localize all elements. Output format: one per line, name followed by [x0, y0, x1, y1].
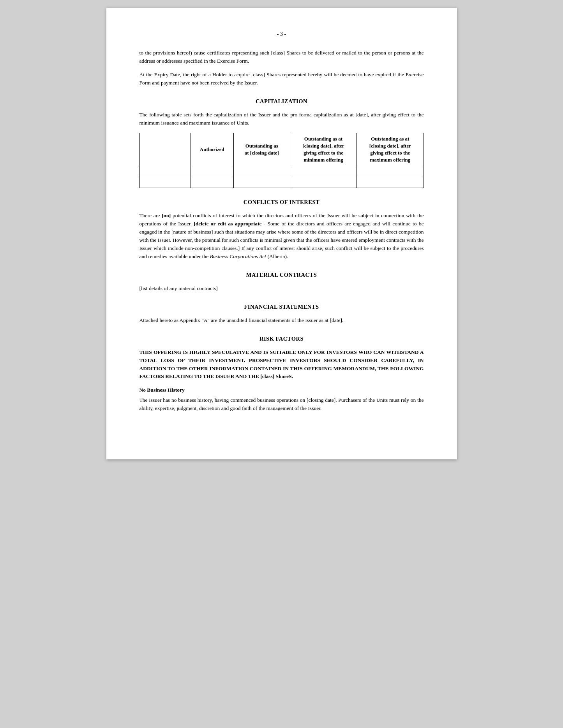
capitalization-intro: The following table sets forth the capit… [139, 111, 424, 127]
table-row [139, 177, 424, 188]
table-header-authorized: Authorized [191, 133, 233, 166]
table-row [139, 166, 424, 177]
table-header-outstanding-closing: Outstanding asat [closing date] [233, 133, 290, 166]
no-business-history-heading: No Business History [139, 387, 424, 393]
intro-para-2: At the Expiry Date, the right of a Holde… [139, 71, 424, 87]
material-contracts-heading: MATERIAL CONTRACTS [139, 272, 424, 278]
table-header-outstanding-maximum: Outstanding as at[closing date], aftergi… [357, 133, 424, 166]
conflicts-heading: CONFLICTS OF INTEREST [139, 199, 424, 206]
page-number: - 3 - [139, 31, 424, 37]
capitalization-table: Authorized Outstanding asat [closing dat… [139, 133, 424, 188]
conflicts-no: [no] [162, 213, 171, 218]
conflicts-act: Business Corporations Act [210, 253, 266, 259]
no-business-history-body: The Issuer has no business history, havi… [139, 396, 424, 413]
document-page: - 3 - to the provisions hereof) cause ce… [106, 8, 457, 459]
table-header-outstanding-minimum: Outstanding as at[closing date], aftergi… [290, 133, 357, 166]
conflicts-body: There are [no] potential conflicts of in… [139, 212, 424, 261]
table-header-empty [139, 133, 191, 166]
intro-para-1: to the provisions hereof) cause certific… [139, 49, 424, 65]
financial-statements-body: Attached hereto as Appendix "A" are the … [139, 317, 424, 325]
material-contracts-body: [list details of any material contracts] [139, 285, 424, 293]
capitalization-heading: CAPITALIZATION [139, 98, 424, 105]
conflicts-edit: [delete or edit as appropriate - [194, 221, 265, 227]
risk-factors-warning: THIS OFFERING IS HIGHLY SPECULATIVE AND … [139, 348, 424, 381]
risk-factors-heading: RISK FACTORS [139, 336, 424, 342]
financial-statements-heading: FINANCIAL STATEMENTS [139, 304, 424, 310]
